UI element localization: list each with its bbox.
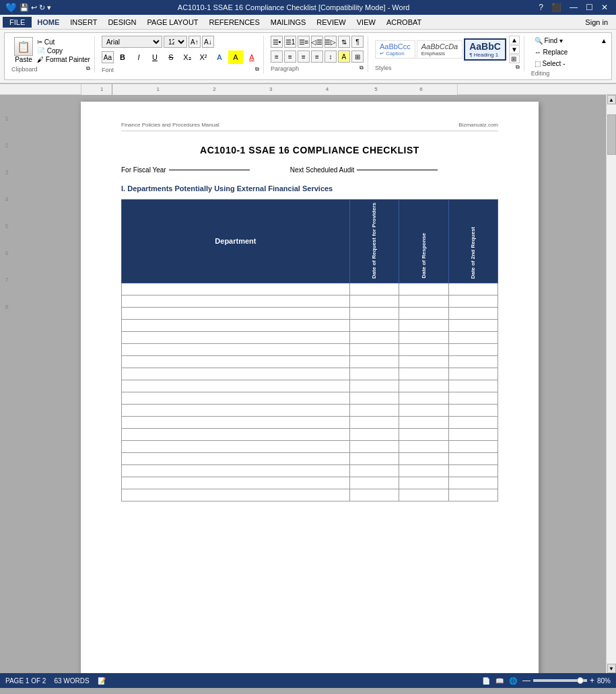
table-cell-col3[interactable] bbox=[448, 452, 498, 464]
zoom-in-btn[interactable]: + bbox=[590, 676, 594, 685]
menu-item-acrobat[interactable]: ACROBAT bbox=[381, 17, 427, 28]
table-row[interactable] bbox=[122, 464, 498, 477]
table-cell-col3[interactable] bbox=[448, 404, 498, 416]
window-controls[interactable]: ? ⬛ — ☐ ✕ bbox=[536, 3, 611, 12]
table-cell-col2[interactable] bbox=[399, 440, 448, 452]
table-cell-dept[interactable] bbox=[122, 404, 350, 416]
view-web-btn[interactable]: 🌐 bbox=[509, 677, 517, 685]
table-cell-col2[interactable] bbox=[399, 464, 448, 477]
menu-item-file[interactable]: FILE bbox=[3, 17, 32, 28]
bullets-btn[interactable]: ☰• bbox=[271, 36, 283, 48]
view-print-btn[interactable]: 📄 bbox=[482, 677, 490, 685]
zoom-out-btn[interactable]: — bbox=[522, 676, 531, 685]
font-color-btn[interactable]: A bbox=[244, 50, 259, 64]
table-cell-col2[interactable] bbox=[399, 428, 448, 440]
zoom-level[interactable]: 80% bbox=[597, 677, 611, 685]
table-cell-dept[interactable] bbox=[122, 295, 350, 307]
view-read-btn[interactable]: 📖 bbox=[495, 677, 504, 685]
align-right-btn[interactable]: ≡ bbox=[298, 50, 310, 63]
table-cell-col1[interactable] bbox=[349, 477, 399, 489]
table-cell-col1[interactable] bbox=[349, 416, 399, 428]
find-button[interactable]: 🔍 Find ▾ bbox=[531, 36, 566, 46]
strikethrough-btn[interactable]: S bbox=[164, 50, 178, 64]
table-cell-col3[interactable] bbox=[448, 477, 498, 489]
table-cell-col1[interactable] bbox=[349, 343, 399, 355]
underline-btn[interactable]: U bbox=[147, 50, 162, 64]
select-button[interactable]: ⬚ Select - bbox=[531, 59, 569, 69]
paste-button[interactable]: 📋 Paste bbox=[11, 36, 36, 65]
table-cell-col2[interactable] bbox=[399, 283, 448, 295]
track-changes-icon[interactable]: 📝 bbox=[98, 677, 106, 685]
table-cell-col1[interactable] bbox=[349, 452, 399, 464]
replace-button[interactable]: ↔ Replace bbox=[531, 47, 571, 57]
font-name-select[interactable]: Arial bbox=[102, 36, 162, 48]
table-cell-dept[interactable] bbox=[122, 319, 350, 331]
table-cell-col3[interactable] bbox=[448, 489, 498, 501]
table-cell-col2[interactable] bbox=[399, 392, 448, 404]
table-cell-col3[interactable] bbox=[448, 331, 498, 343]
table-cell-col3[interactable] bbox=[448, 307, 498, 319]
table-cell-col3[interactable] bbox=[448, 368, 498, 380]
borders-btn[interactable]: ⊞ bbox=[351, 50, 364, 63]
table-cell-dept[interactable] bbox=[122, 489, 350, 501]
table-cell-col3[interactable] bbox=[448, 392, 498, 404]
table-cell-col1[interactable] bbox=[349, 428, 399, 440]
clear-format-btn[interactable]: Aa bbox=[102, 51, 114, 63]
scroll-up-btn[interactable]: ▲ bbox=[607, 95, 616, 104]
table-cell-col2[interactable] bbox=[399, 368, 448, 380]
table-cell-col1[interactable] bbox=[349, 464, 399, 477]
table-cell-col1[interactable] bbox=[349, 392, 399, 404]
table-cell-dept[interactable] bbox=[122, 416, 350, 428]
table-cell-col1[interactable] bbox=[349, 331, 399, 343]
table-cell-col2[interactable] bbox=[399, 319, 448, 331]
table-cell-col3[interactable] bbox=[448, 355, 498, 368]
menu-item-design[interactable]: DESIGN bbox=[102, 17, 141, 28]
table-cell-dept[interactable] bbox=[122, 464, 350, 477]
table-cell-dept[interactable] bbox=[122, 452, 350, 464]
table-row[interactable] bbox=[122, 392, 498, 404]
table-cell-col2[interactable] bbox=[399, 307, 448, 319]
table-row[interactable] bbox=[122, 428, 498, 440]
clipboard-expand-icon[interactable]: ⧉ bbox=[86, 65, 90, 72]
menu-item-references[interactable]: REFERENCES bbox=[204, 17, 265, 28]
help-btn[interactable]: ? bbox=[536, 3, 546, 12]
menu-item-review[interactable]: REVIEW bbox=[311, 17, 351, 28]
highlight-btn[interactable]: A bbox=[228, 50, 243, 64]
table-row[interactable] bbox=[122, 380, 498, 392]
sign-in-link[interactable]: Sign in bbox=[580, 17, 613, 28]
table-cell-col2[interactable] bbox=[399, 355, 448, 368]
font-expand-icon[interactable]: ⧉ bbox=[255, 66, 259, 73]
table-cell-col1[interactable] bbox=[349, 355, 399, 368]
scroll-down-btn[interactable]: ▼ bbox=[607, 664, 616, 673]
table-cell-col2[interactable] bbox=[399, 295, 448, 307]
align-center-btn[interactable]: ≡ bbox=[284, 50, 296, 63]
table-row[interactable] bbox=[122, 343, 498, 355]
table-row[interactable] bbox=[122, 489, 498, 501]
next-audit-line[interactable] bbox=[357, 170, 438, 170]
decrease-indent-btn[interactable]: ◁☰ bbox=[311, 36, 323, 48]
zoom-control[interactable]: — + 80% bbox=[522, 676, 611, 685]
zoom-slider[interactable] bbox=[533, 679, 587, 682]
table-cell-col2[interactable] bbox=[399, 343, 448, 355]
cut-button[interactable]: ✂ Cut bbox=[37, 38, 90, 46]
justify-btn[interactable]: ≡ bbox=[311, 50, 323, 63]
table-cell-col1[interactable] bbox=[349, 283, 399, 295]
table-cell-dept[interactable] bbox=[122, 368, 350, 380]
table-cell-dept[interactable] bbox=[122, 355, 350, 368]
paragraph-expand-icon[interactable]: ⧉ bbox=[360, 65, 364, 71]
show-marks-btn[interactable]: ¶ bbox=[351, 36, 364, 48]
table-cell-dept[interactable] bbox=[122, 428, 350, 440]
scrollbar-right[interactable]: ▲ ▼ bbox=[606, 95, 616, 673]
table-row[interactable] bbox=[122, 319, 498, 331]
ribbon-toggle-btn[interactable]: ⬛ bbox=[549, 3, 564, 12]
multilevel-btn[interactable]: ☰≡ bbox=[298, 36, 310, 48]
table-cell-col2[interactable] bbox=[399, 331, 448, 343]
table-cell-col3[interactable] bbox=[448, 283, 498, 295]
table-cell-col1[interactable] bbox=[349, 368, 399, 380]
font-size-select[interactable]: 12 bbox=[164, 36, 187, 48]
table-cell-col2[interactable] bbox=[399, 477, 448, 489]
table-row[interactable] bbox=[122, 283, 498, 295]
decrease-font-btn[interactable]: A↓ bbox=[202, 36, 214, 48]
increase-indent-btn[interactable]: ☰▷ bbox=[324, 36, 337, 48]
menu-item-page-layout[interactable]: PAGE LAYOUT bbox=[142, 17, 204, 28]
